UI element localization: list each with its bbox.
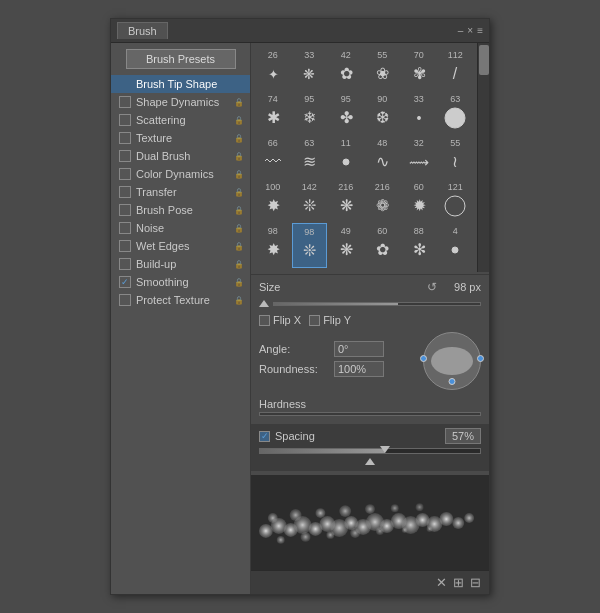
brush-cell-14[interactable]: 11: [328, 135, 364, 178]
panel-tabs: Brush: [117, 22, 170, 39]
brush-cell-27[interactable]: 60✿: [365, 223, 401, 268]
svg-text:≀: ≀: [452, 153, 458, 170]
bottom-toolbar: ✕ ⊞ ⊟: [251, 570, 489, 594]
brush-cell-23[interactable]: 121: [438, 179, 474, 222]
sidebar-item-smoothing[interactable]: Smoothing🔒: [111, 273, 250, 291]
hardness-slider[interactable]: [259, 412, 481, 416]
flip-y-checkbox[interactable]: [309, 315, 320, 326]
wheel-handle-left[interactable]: [420, 355, 427, 362]
brush-cell-22[interactable]: 60✹: [401, 179, 437, 222]
wheel-handle-right[interactable]: [477, 355, 484, 362]
sidebar-item-build-up[interactable]: Build-up🔒: [111, 255, 250, 273]
svg-text:•: •: [416, 110, 421, 126]
sidebar-item-texture[interactable]: Texture🔒: [111, 129, 250, 147]
sidebar-item-scattering[interactable]: Scattering🔒: [111, 111, 250, 129]
brush-cell-17[interactable]: 55≀: [438, 135, 474, 178]
flip-x-item[interactable]: Flip X: [259, 314, 301, 326]
brush-cell-28[interactable]: 88✻: [401, 223, 437, 268]
brush-cell-11[interactable]: 63: [438, 91, 474, 134]
svg-text:✸: ✸: [266, 197, 279, 214]
flip-y-item[interactable]: Flip Y: [309, 314, 351, 326]
size-value: 98 px: [441, 281, 481, 293]
svg-point-50: [315, 508, 325, 518]
brush-cell-6[interactable]: 74✱: [255, 91, 291, 134]
brush-shape-15: ∿: [368, 148, 396, 176]
brush-cell-8[interactable]: 95✤: [328, 91, 364, 134]
brush-shape-10: •: [405, 104, 433, 132]
brush-cell-15[interactable]: 48∿: [365, 135, 401, 178]
sidebar-check-smoothing: [119, 276, 131, 288]
sidebar-item-brush-pose[interactable]: Brush Pose🔒: [111, 201, 250, 219]
menu-icon[interactable]: ≡: [477, 25, 483, 36]
sidebar-item-noise[interactable]: Noise🔒: [111, 219, 250, 237]
brush-size-0: 26: [268, 50, 278, 60]
delete-brush-icon[interactable]: ✕: [436, 575, 447, 590]
brush-cell-21[interactable]: 216❁: [365, 179, 401, 222]
brush-cell-18[interactable]: 100✸: [255, 179, 291, 222]
spacing-value: 57%: [445, 428, 481, 444]
brush-cell-19[interactable]: 142❊: [292, 179, 328, 222]
spacing-slider[interactable]: [259, 448, 481, 454]
brush-cell-29[interactable]: 4: [438, 223, 474, 268]
sidebar-item-wet-edges[interactable]: Wet Edges🔒: [111, 237, 250, 255]
wheel-handle-bottom[interactable]: [449, 378, 456, 385]
svg-text:∿: ∿: [376, 153, 389, 170]
brush-shape-18: ✸: [259, 192, 287, 220]
brush-cell-9[interactable]: 90❆: [365, 91, 401, 134]
brush-cell-1[interactable]: 33❋: [292, 47, 328, 90]
brush-shape-19: ❊: [295, 192, 323, 220]
brush-size-28: 88: [414, 226, 424, 236]
brush-size-25: 98: [304, 227, 314, 237]
sidebar-item-shape-dynamics[interactable]: Shape Dynamics🔒: [111, 93, 250, 111]
brush-panel: Brush – × ≡ Brush Presets Brush Tip Shap…: [110, 18, 490, 595]
brush-cell-12[interactable]: 66〰: [255, 135, 291, 178]
angle-section: Flip X Flip Y Angle: Roundness: [251, 310, 489, 394]
brush-size-3: 55: [377, 50, 387, 60]
size-slider[interactable]: [273, 302, 481, 306]
hardness-row: Hardness: [251, 394, 489, 420]
brush-cell-10[interactable]: 33•: [401, 91, 437, 134]
brush-cell-3[interactable]: 55❀: [365, 47, 401, 90]
brush-shape-16: ⟿: [405, 148, 433, 176]
brush-cell-13[interactable]: 63≋: [292, 135, 328, 178]
brush-cell-0[interactable]: 26✦: [255, 47, 291, 90]
svg-text:✿: ✿: [376, 241, 389, 258]
close-icon[interactable]: ×: [467, 25, 473, 36]
brush-cell-20[interactable]: 216❋: [328, 179, 364, 222]
minimize-icon[interactable]: –: [458, 25, 464, 36]
roundness-label: Roundness:: [259, 363, 334, 375]
brush-cell-26[interactable]: 49❋: [328, 223, 364, 268]
brush-cell-7[interactable]: 95❄: [292, 91, 328, 134]
svg-text:✸: ✸: [266, 241, 279, 258]
sidebar-item-dual-brush[interactable]: Dual Brush🔒: [111, 147, 250, 165]
sidebar-item-color-dynamics[interactable]: Color Dynamics🔒: [111, 165, 250, 183]
brush-tab[interactable]: Brush: [117, 22, 168, 39]
sidebar-item-brush-tip-shape[interactable]: Brush Tip Shape: [111, 75, 250, 93]
angle-input[interactable]: [334, 341, 384, 357]
brush-size-17: 55: [450, 138, 460, 148]
brush-cell-2[interactable]: 42✿: [328, 47, 364, 90]
sidebar-item-transfer[interactable]: Transfer🔒: [111, 183, 250, 201]
new-brush-icon[interactable]: ⊟: [470, 575, 481, 590]
brush-cell-16[interactable]: 32⟿: [401, 135, 437, 178]
brush-shape-12: 〰: [259, 148, 287, 176]
brush-cell-4[interactable]: 70✾: [401, 47, 437, 90]
spacing-checkbox[interactable]: ✓: [259, 431, 270, 442]
brush-presets-button[interactable]: Brush Presets: [126, 49, 236, 69]
reset-size-icon[interactable]: ↺: [427, 280, 437, 294]
brush-cell-25[interactable]: 98❊: [292, 223, 328, 268]
angle-wheel[interactable]: [423, 332, 481, 390]
svg-point-52: [365, 504, 375, 514]
sidebar-check-wet-edges: [119, 240, 131, 252]
flip-x-checkbox[interactable]: [259, 315, 270, 326]
new-brush-group-icon[interactable]: ⊞: [453, 575, 464, 590]
svg-text:✹: ✹: [412, 197, 425, 214]
brush-scrollbar[interactable]: [477, 43, 489, 272]
brush-cell-5[interactable]: 112/: [438, 47, 474, 90]
svg-text:❊: ❊: [303, 197, 316, 214]
sidebar-check-build-up: [119, 258, 131, 270]
brush-cell-24[interactable]: 98✸: [255, 223, 291, 268]
svg-point-29: [452, 247, 458, 253]
sidebar-item-protect-texture[interactable]: Protect Texture🔒: [111, 291, 250, 309]
roundness-input[interactable]: [334, 361, 384, 377]
